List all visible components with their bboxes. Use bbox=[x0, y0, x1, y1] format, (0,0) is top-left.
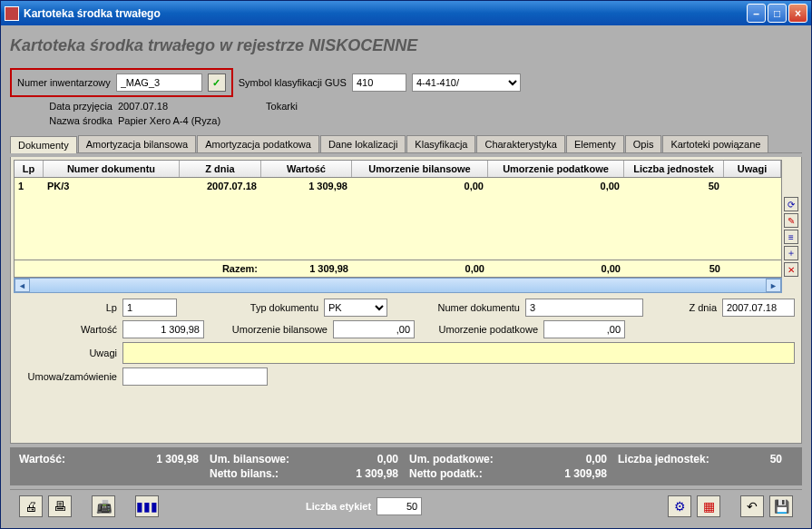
list-icon[interactable]: ≡ bbox=[784, 230, 798, 244]
wa-label: Wartość bbox=[17, 324, 117, 335]
up-label: Umorzenie podatkowe bbox=[420, 324, 538, 335]
tab-body: Lp Numer dokumentu Z dnia Wartość Umorze… bbox=[10, 157, 802, 444]
sum-lj-label: Liczba jednostek: bbox=[618, 453, 748, 465]
umowa-label: Umowa/zamówienie bbox=[17, 371, 117, 382]
tab-amortyzacja-bilansowa[interactable]: Amortyzacja bilansowa bbox=[78, 135, 197, 152]
etyk-input[interactable] bbox=[377, 497, 422, 515]
content-area: Kartoteka środka trwałego w rejestrze NI… bbox=[1, 25, 811, 528]
save-icon: 💾 bbox=[774, 499, 789, 514]
uwagi-label: Uwagi bbox=[17, 348, 117, 358]
umowa-input[interactable] bbox=[122, 367, 268, 386]
gus-combo[interactable]: 4-41-410/ bbox=[412, 73, 521, 92]
grid-button[interactable]: ▦ bbox=[697, 495, 720, 517]
gus-label: Symbol klasyfikacji GUS bbox=[239, 77, 347, 88]
tab-dokumenty[interactable]: Dokumenty bbox=[10, 136, 77, 153]
close-button[interactable]: × bbox=[788, 4, 807, 23]
wa-input[interactable] bbox=[122, 320, 204, 338]
sum-wa-value: 1 309,98 bbox=[110, 453, 210, 465]
delete-icon[interactable]: ✕ bbox=[784, 262, 798, 277]
gus-code-input[interactable] bbox=[352, 73, 406, 92]
sum-ub-value: 0,00 bbox=[328, 453, 409, 465]
tokarki-label: Tokarki bbox=[266, 101, 298, 112]
scroll-left-icon[interactable]: ◄ bbox=[15, 279, 30, 292]
refresh-icon[interactable]: ⟳ bbox=[784, 197, 798, 211]
tab-opis[interactable]: Opis bbox=[625, 135, 662, 152]
etyk-label: Liczba etykiet bbox=[306, 501, 371, 512]
app-icon bbox=[5, 6, 19, 21]
tab-amortyzacja-podatkowa[interactable]: Amortyzacja podatkowa bbox=[197, 135, 319, 152]
uwagi-input[interactable] bbox=[122, 342, 795, 364]
sum-up-label: Um. podatkowe: bbox=[409, 453, 527, 465]
page-title: Kartoteka środka trwałego w rejestrze NI… bbox=[10, 36, 802, 55]
sum-lj-value: 50 bbox=[748, 453, 793, 465]
sum-nb-value: 1 309,98 bbox=[328, 467, 409, 480]
bottom-toolbar: 🖨 🖶 📠 ▮▮▮ Liczba etykiet ⚙ ▦ ↶ 💾 bbox=[10, 489, 802, 523]
up-input[interactable] bbox=[543, 320, 625, 338]
scroll-right-icon[interactable]: ► bbox=[766, 279, 781, 292]
ub-label: Umorzenie bilansowe bbox=[210, 324, 328, 335]
horizontal-scrollbar[interactable]: ◄ ► bbox=[14, 278, 782, 293]
typ-label: Typ dokumentu bbox=[182, 302, 318, 313]
sum-nb-label: Netto bilans.: bbox=[210, 467, 328, 480]
barcode-icon: ▮▮▮ bbox=[136, 499, 158, 514]
tab-kartoteki-powiazane[interactable]: Kartoteki powiązane bbox=[662, 135, 768, 152]
window-title: Kartoteka środka trwałego bbox=[24, 7, 161, 20]
printer-icon: 🖶 bbox=[54, 499, 66, 514]
printer-icon: 🖨 bbox=[24, 499, 37, 514]
table-row[interactable]: 1 PK/3 2007.07.18 1 309,98 0,00 0,00 50 bbox=[15, 178, 781, 194]
typ-combo[interactable]: PK bbox=[324, 299, 387, 317]
sum-np-value: 1 309,98 bbox=[527, 467, 618, 480]
check-icon: ✓ bbox=[212, 77, 220, 89]
titlebar: Kartoteka środka trwałego – □ × bbox=[1, 1, 811, 25]
undo-icon: ↶ bbox=[747, 499, 758, 514]
documents-grid[interactable]: Lp Numer dokumentu Z dnia Wartość Umorze… bbox=[14, 160, 782, 278]
detail-form: Lp Typ dokumentu PK Numer dokumentu Z dn… bbox=[14, 293, 798, 391]
add-icon[interactable]: ＋ bbox=[784, 246, 798, 260]
scan-button[interactable]: 📠 bbox=[92, 495, 115, 517]
tab-dane-lokalizacji[interactable]: Dane lokalizacji bbox=[320, 135, 406, 152]
print-button[interactable]: 🖨 bbox=[19, 495, 43, 517]
num-label: Numer dokumentu bbox=[393, 302, 520, 313]
sum-ub-label: Um. bilansowe: bbox=[210, 453, 328, 465]
undo-button[interactable]: ↶ bbox=[740, 495, 764, 517]
num-input[interactable] bbox=[525, 299, 643, 317]
zd-input[interactable] bbox=[722, 299, 795, 317]
inventory-lookup-button[interactable]: ✓ bbox=[208, 73, 226, 92]
lp-label: Lp bbox=[17, 302, 117, 313]
grid-summary-row: Razem: 1 309,98 0,00 0,00 50 bbox=[15, 260, 781, 277]
save-button[interactable]: 💾 bbox=[769, 495, 793, 517]
sum-wa-label: Wartość: bbox=[19, 453, 110, 465]
minimize-button[interactable]: – bbox=[747, 4, 766, 23]
edit-icon[interactable]: ✎ bbox=[784, 213, 798, 228]
barcode-button[interactable]: ▮▮▮ bbox=[135, 495, 159, 517]
tab-charakterystyka[interactable]: Charakterystyka bbox=[476, 135, 564, 152]
gears-button[interactable]: ⚙ bbox=[668, 495, 691, 517]
print2-button[interactable]: 🖶 bbox=[48, 495, 72, 517]
ub-input[interactable] bbox=[333, 320, 415, 338]
maximize-button[interactable]: □ bbox=[768, 4, 787, 23]
tab-elementy[interactable]: Elementy bbox=[566, 135, 624, 152]
sum-up-value: 0,00 bbox=[527, 453, 618, 465]
date-value: 2007.07.18 bbox=[118, 101, 168, 112]
tab-strip: Dokumenty Amortyzacja bilansowa Amortyza… bbox=[10, 135, 802, 153]
inventory-group: Numer inwentarzowy ✓ bbox=[10, 68, 233, 97]
name-label: Nazwa środka bbox=[10, 115, 113, 126]
gears-icon: ⚙ bbox=[674, 499, 686, 514]
scanner-icon: 📠 bbox=[96, 499, 112, 514]
inventory-label: Numer inwentarzowy bbox=[17, 77, 111, 88]
zd-label: Z dnia bbox=[649, 302, 717, 313]
app-window: Kartoteka środka trwałego – □ × Kartotek… bbox=[0, 0, 812, 529]
name-value: Papier Xero A-4 (Ryza) bbox=[118, 115, 220, 126]
grid-header: Lp Numer dokumentu Z dnia Wartość Umorze… bbox=[15, 161, 781, 178]
summary-bar: Wartość: 1 309,98 Um. bilansowe: 0,00 Um… bbox=[10, 447, 802, 485]
date-label: Data przyjęcia bbox=[10, 101, 113, 112]
lp-input[interactable] bbox=[122, 299, 177, 317]
sum-np-label: Netto podatk.: bbox=[409, 467, 527, 480]
grid-icon: ▦ bbox=[703, 499, 715, 514]
grid-side-buttons: ⟳ ✎ ≡ ＋ ✕ bbox=[782, 160, 798, 293]
tab-klasyfikacja[interactable]: Klasyfikacja bbox=[406, 135, 475, 152]
inventory-input[interactable] bbox=[116, 73, 202, 92]
